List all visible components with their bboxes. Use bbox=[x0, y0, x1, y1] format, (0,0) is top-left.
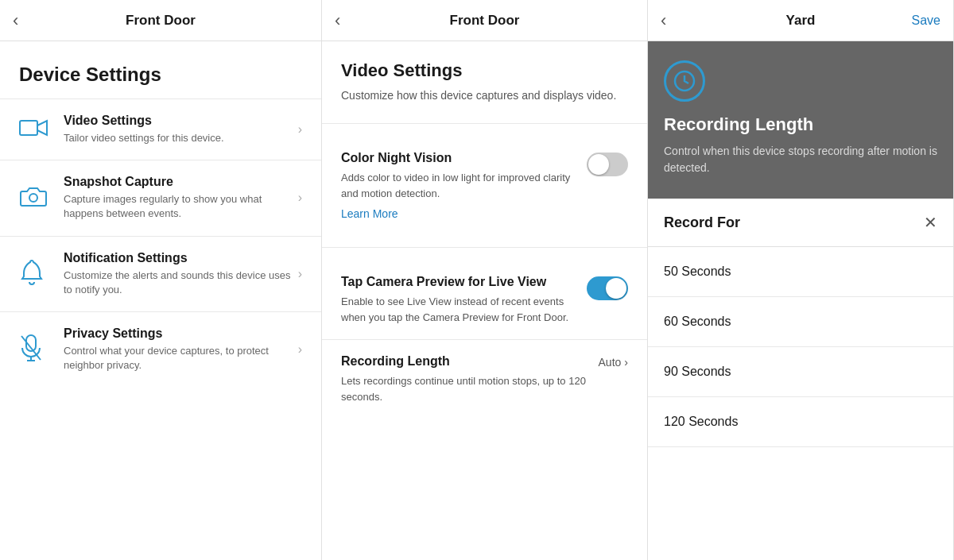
panel2-title: Front Door bbox=[450, 13, 520, 29]
panel2-back-button[interactable]: ‹ bbox=[335, 12, 340, 29]
svg-rect-0 bbox=[20, 121, 37, 135]
color-night-vision-text: Color Night Vision Adds color to video i… bbox=[341, 151, 580, 220]
privacy-title: Privacy Settings bbox=[64, 326, 292, 341]
snapshot-text: Snapshot Capture Capture images regularl… bbox=[64, 175, 292, 221]
mic-off-icon bbox=[19, 334, 51, 365]
color-night-vision-title: Color Night Vision bbox=[341, 151, 580, 165]
recording-length-title: Recording Length bbox=[341, 354, 599, 369]
tap-camera-title: Tap Camera Preview for Live View bbox=[341, 275, 580, 289]
settings-item-video[interactable]: Video Settings Tailor video settings for… bbox=[0, 98, 321, 160]
tap-camera-text: Tap Camera Preview for Live View Enable … bbox=[341, 275, 580, 325]
recording-length-panel-title: Recording Length bbox=[664, 114, 937, 135]
device-settings-panel: ‹ Front Door Device Settings Video Setti… bbox=[0, 0, 322, 560]
notification-desc: Customize the alerts and sounds this dev… bbox=[64, 268, 292, 297]
video-settings-section-title: Video Settings bbox=[341, 60, 628, 81]
recording-length-panel-desc: Control when this device stops recording… bbox=[664, 143, 937, 176]
tap-camera-toggle[interactable] bbox=[587, 276, 628, 300]
panel3-header: ‹ Yard Save bbox=[648, 0, 953, 41]
notification-title: Notification Settings bbox=[64, 251, 292, 265]
settings-list: Video Settings Tailor video settings for… bbox=[0, 98, 321, 387]
recording-length-row[interactable]: Recording Length Lets recordings continu… bbox=[322, 339, 647, 419]
video-settings-text: Video Settings Tailor video settings for… bbox=[64, 114, 292, 145]
color-night-vision-desc: Adds color to video in low light for imp… bbox=[341, 170, 580, 201]
recording-length-desc: Lets recordings continue until motion st… bbox=[341, 373, 599, 404]
device-settings-title: Device Settings bbox=[0, 41, 321, 98]
clock-icon bbox=[664, 60, 705, 102]
save-button[interactable]: Save bbox=[912, 14, 940, 28]
panel1-back-button[interactable]: ‹ bbox=[13, 12, 18, 29]
recording-length-value: Auto bbox=[599, 356, 622, 369]
recording-length-value-row: Auto › bbox=[599, 356, 628, 369]
panel3-back-button[interactable]: ‹ bbox=[661, 12, 666, 29]
settings-item-notification[interactable]: Notification Settings Customize the aler… bbox=[0, 236, 321, 311]
chevron-right-icon: › bbox=[298, 342, 302, 357]
panel3-title: Yard bbox=[786, 13, 816, 29]
notification-text: Notification Settings Customize the aler… bbox=[64, 251, 292, 297]
video-settings-content: Video Settings Customize how this device… bbox=[322, 41, 647, 110]
recording-length-info: Recording Length Control when this devic… bbox=[648, 41, 953, 199]
record-for-label: Record For bbox=[664, 214, 740, 231]
recording-length-text: Recording Length Lets recordings continu… bbox=[341, 354, 599, 404]
record-for-label-row: Record For ✕ bbox=[648, 199, 953, 247]
close-icon[interactable]: ✕ bbox=[924, 213, 937, 232]
color-night-vision-option: Color Night Vision Adds color to video i… bbox=[322, 137, 647, 234]
panel1-header: ‹ Front Door bbox=[0, 0, 321, 41]
learn-more-link[interactable]: Learn More bbox=[341, 207, 580, 220]
privacy-desc: Control what your device captures, to pr… bbox=[64, 344, 292, 373]
svg-point-1 bbox=[29, 194, 37, 202]
panel1-title: Front Door bbox=[126, 13, 196, 29]
chevron-right-icon: › bbox=[298, 122, 302, 137]
tap-camera-row: Tap Camera Preview for Live View Enable … bbox=[341, 261, 628, 339]
tap-camera-desc: Enable to see Live View instead of recen… bbox=[341, 294, 580, 325]
chevron-right-icon: › bbox=[624, 356, 628, 369]
record-options-list: 50 Seconds 60 Seconds 90 Seconds 120 Sec… bbox=[648, 247, 953, 447]
video-icon bbox=[19, 118, 51, 141]
video-settings-section-desc: Customize how this device captures and d… bbox=[341, 87, 628, 104]
settings-item-snapshot[interactable]: Snapshot Capture Capture images regularl… bbox=[0, 160, 321, 235]
record-option-120[interactable]: 120 Seconds bbox=[648, 397, 953, 447]
chevron-right-icon: › bbox=[298, 267, 302, 281]
snapshot-desc: Capture images regularly to show you wha… bbox=[64, 192, 292, 221]
bell-icon bbox=[19, 259, 51, 289]
record-option-50[interactable]: 50 Seconds bbox=[648, 247, 953, 297]
record-option-60[interactable]: 60 Seconds bbox=[648, 297, 953, 347]
color-night-vision-toggle[interactable] bbox=[587, 153, 628, 176]
tap-camera-preview-option: Tap Camera Preview for Live View Enable … bbox=[322, 261, 647, 339]
snapshot-title: Snapshot Capture bbox=[64, 175, 292, 189]
video-settings-panel: ‹ Front Door Video Settings Customize ho… bbox=[322, 0, 648, 560]
panel2-header: ‹ Front Door bbox=[322, 0, 647, 41]
color-night-vision-row: Color Night Vision Adds color to video i… bbox=[341, 137, 628, 234]
chevron-right-icon: › bbox=[298, 191, 302, 205]
video-settings-desc: Tailor video settings for this device. bbox=[64, 131, 292, 145]
record-for-panel: ‹ Yard Save Recording Length Control whe… bbox=[648, 0, 954, 560]
camera-icon bbox=[19, 185, 51, 210]
record-option-90[interactable]: 90 Seconds bbox=[648, 347, 953, 397]
divider bbox=[322, 247, 647, 248]
settings-item-privacy[interactable]: Privacy Settings Control what your devic… bbox=[0, 311, 321, 387]
video-settings-title: Video Settings bbox=[64, 114, 292, 128]
divider bbox=[322, 123, 647, 124]
privacy-text: Privacy Settings Control what your devic… bbox=[64, 326, 292, 373]
